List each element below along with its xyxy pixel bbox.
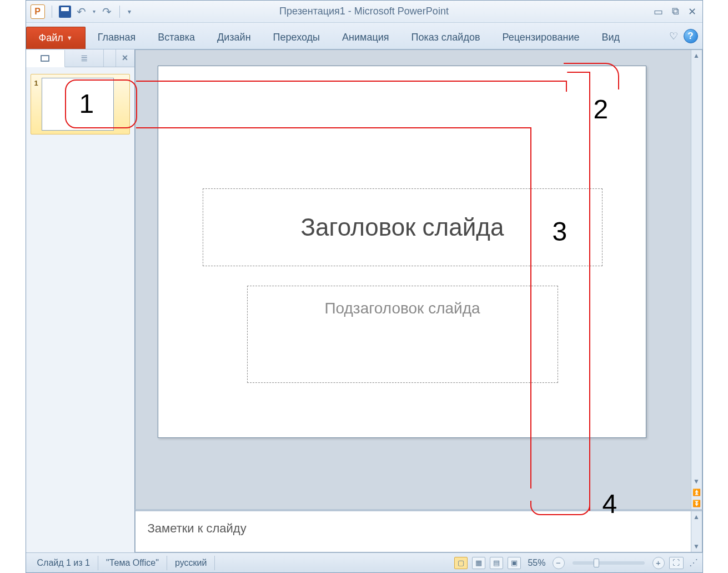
slides-tab-icon	[41, 55, 49, 62]
file-tab[interactable]: Файл ▼	[26, 27, 86, 49]
view-reading-button[interactable]: ▤	[490, 557, 503, 569]
resize-grip-icon[interactable]: ⋰	[688, 557, 699, 568]
prev-slide-icon[interactable]: ⏫	[691, 487, 702, 498]
close-button[interactable]: ✕	[686, 5, 698, 18]
tab-review[interactable]: Рецензирование	[492, 27, 589, 49]
tab-view[interactable]: Вид	[591, 27, 630, 49]
help-button[interactable]: ?	[684, 29, 698, 43]
ribbon-tabs: Файл ▼ Главная Вставка Дизайн Переходы А…	[26, 23, 702, 49]
outline-tab-icon: ≣	[81, 53, 87, 63]
vertical-scrollbar[interactable]: ▲ ▼ ⏫ ⏬	[691, 50, 702, 509]
view-slideshow-button[interactable]: ▣	[508, 557, 521, 569]
tab-animation[interactable]: Анимация	[332, 27, 399, 49]
title-placeholder-text: Заголовок слайда	[301, 213, 504, 241]
status-right: ▢ ▦ ▤ ▣ 55% − + ⛶ ⋰	[454, 557, 699, 569]
thumbnail-item[interactable]: 1	[31, 74, 130, 134]
tab-design[interactable]: Дизайн	[207, 27, 261, 49]
notes-scrollbar[interactable]: ▲ ▼	[691, 511, 702, 552]
notes-placeholder-text: Заметки к слайду	[148, 521, 247, 535]
status-language[interactable]: русский	[167, 556, 215, 570]
quick-access-toolbar: P ↶ ▾ ↷ ▾	[31, 4, 132, 19]
tab-insert[interactable]: Вставка	[148, 27, 205, 49]
tab-transitions[interactable]: Переходы	[263, 27, 330, 49]
scroll-up-icon[interactable]: ▲	[691, 50, 702, 61]
minimize-button[interactable]: ▭	[652, 5, 665, 18]
view-sorter-button[interactable]: ▦	[472, 557, 485, 569]
file-tab-dropdown-icon: ▼	[67, 34, 73, 41]
status-slide-count[interactable]: Слайд 1 из 1	[29, 556, 98, 570]
thumbnail-preview	[42, 78, 114, 131]
undo-icon[interactable]: ↶	[76, 6, 87, 17]
undo-dropdown-icon[interactable]: ▾	[92, 9, 97, 14]
fit-to-window-button[interactable]: ⛶	[669, 557, 684, 569]
subtitle-placeholder-text: Подзаголовок слайда	[324, 300, 480, 317]
status-bar: Слайд 1 из 1 "Тема Office" русский ▢ ▦ ▤…	[26, 552, 702, 572]
customize-qat-icon[interactable]: ▾	[127, 8, 132, 15]
tab-home[interactable]: Главная	[88, 27, 146, 49]
notes-scroll-down-icon[interactable]: ▼	[691, 541, 702, 552]
workspace: ≣ × 1 Заголовок слайда Подзаголово	[26, 49, 702, 552]
file-tab-label: Файл	[39, 32, 63, 44]
title-bar: P ↶ ▾ ↷ ▾ Презентация1 - Microsoft Power…	[26, 1, 702, 23]
scroll-down-icon[interactable]: ▼	[691, 476, 702, 487]
minimize-ribbon-icon[interactable]: ♡	[669, 30, 678, 42]
slide-viewport: Заголовок слайда Подзаголовок слайда ▲ ▼…	[135, 49, 702, 509]
zoom-slider[interactable]	[573, 561, 645, 565]
window-controls: ▭ ⧉ ✕	[652, 5, 698, 18]
tab-slideshow[interactable]: Показ слайдов	[401, 27, 490, 49]
thumbnails-pane: ≣ × 1	[26, 49, 135, 552]
title-placeholder[interactable]: Заголовок слайда	[203, 188, 603, 266]
qat-separator	[52, 6, 52, 18]
powerpoint-app-icon[interactable]: P	[31, 4, 45, 19]
thumbnails-tab-outline[interactable]: ≣	[65, 49, 104, 67]
app-window: P ↶ ▾ ↷ ▾ Презентация1 - Microsoft Power…	[26, 0, 703, 573]
redo-icon[interactable]: ↷	[101, 6, 113, 17]
next-slide-icon[interactable]: ⏬	[691, 498, 702, 509]
thumbnails-tab-slides[interactable]	[26, 50, 65, 67]
maximize-button[interactable]: ⧉	[670, 5, 681, 18]
zoom-in-button[interactable]: +	[652, 557, 665, 569]
save-icon[interactable]	[59, 6, 71, 18]
zoom-out-button[interactable]: −	[553, 557, 565, 569]
notes-pane[interactable]: Заметки к слайду ▲ ▼	[135, 509, 702, 552]
zoom-level-label[interactable]: 55%	[528, 558, 545, 568]
status-theme[interactable]: "Тема Office"	[98, 556, 167, 570]
thumbnails-close-button[interactable]: ×	[116, 49, 134, 67]
slide-canvas[interactable]: Заголовок слайда Подзаголовок слайда	[158, 66, 646, 438]
thumbnail-number: 1	[34, 78, 38, 87]
zoom-slider-handle[interactable]	[594, 559, 599, 567]
view-normal-button[interactable]: ▢	[454, 557, 468, 569]
thumbnails-list: 1	[26, 67, 134, 552]
thumbnails-header: ≣ ×	[26, 49, 134, 67]
notes-scroll-up-icon[interactable]: ▲	[691, 511, 702, 522]
qat-separator-2	[119, 6, 120, 18]
slide-area: Заголовок слайда Подзаголовок слайда ▲ ▼…	[135, 49, 702, 552]
subtitle-placeholder[interactable]: Подзаголовок слайда	[247, 286, 558, 383]
